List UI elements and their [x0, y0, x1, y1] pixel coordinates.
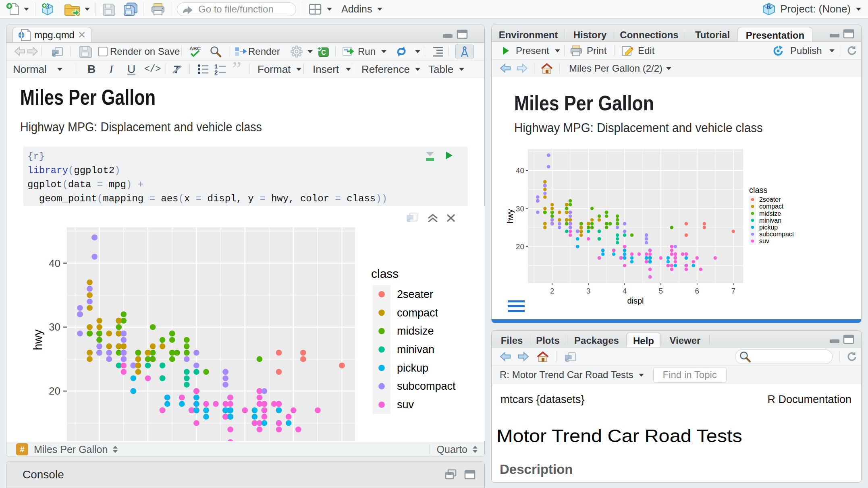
svg-text:pickup: pickup: [759, 224, 778, 231]
svg-text:suv: suv: [759, 238, 769, 244]
svg-text:hwy: hwy: [506, 209, 515, 223]
svg-text:subcompact: subcompact: [759, 231, 794, 238]
svg-text:40: 40: [49, 257, 60, 269]
svg-text:7: 7: [731, 287, 735, 295]
svg-text:C: C: [321, 49, 326, 56]
svg-text:midsize: midsize: [397, 325, 434, 337]
svg-text:R: R: [766, 3, 771, 10]
svg-text:compact: compact: [397, 307, 438, 319]
svg-text:4: 4: [623, 287, 627, 295]
svg-text:20: 20: [516, 242, 524, 251]
svg-text:40: 40: [516, 166, 524, 175]
svg-text:pickup: pickup: [397, 362, 428, 374]
svg-text:2: 2: [214, 69, 218, 75]
svg-text:2seater: 2seater: [397, 288, 433, 300]
svg-text:6: 6: [695, 287, 700, 295]
svg-text:subcompact: subcompact: [397, 380, 456, 392]
svg-text:minivan: minivan: [397, 343, 434, 356]
svg-text:2: 2: [550, 287, 554, 295]
svg-text:20: 20: [49, 385, 60, 397]
svg-text:30: 30: [49, 321, 60, 333]
svg-text:class: class: [749, 186, 768, 194]
svg-text:minivan: minivan: [759, 217, 781, 224]
svg-text:3: 3: [586, 287, 591, 295]
svg-text:compact: compact: [759, 203, 784, 210]
svg-text:suv: suv: [397, 399, 414, 411]
svg-text:midsize: midsize: [759, 210, 781, 217]
svg-text:2seater: 2seater: [759, 196, 781, 203]
svg-text:5: 5: [659, 287, 663, 295]
svg-text:displ: displ: [627, 296, 644, 305]
svg-text:class: class: [371, 267, 399, 280]
svg-text:30: 30: [516, 205, 524, 213]
svg-text:#: #: [20, 445, 24, 454]
svg-text:hwy: hwy: [31, 329, 44, 350]
svg-text:ABC: ABC: [189, 45, 201, 52]
